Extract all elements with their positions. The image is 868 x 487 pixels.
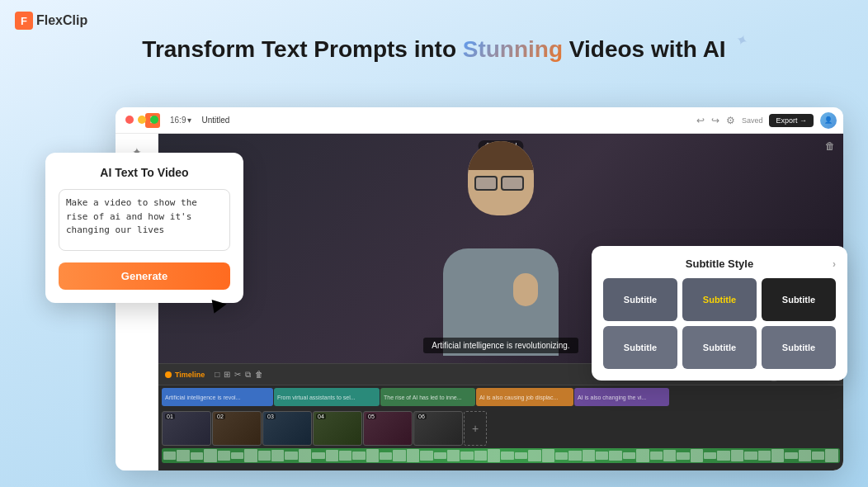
- saved-status: Saved: [742, 116, 763, 125]
- person-hand: [513, 273, 538, 306]
- clip-2[interactable]: From virtual assistants to sel...: [274, 388, 380, 406]
- app-header: F FlexClip: [15, 12, 87, 30]
- thumb-num-2: 02: [215, 414, 225, 419]
- timeline-tool-2[interactable]: ⊞: [224, 370, 230, 380]
- ai-text-panel: AI Text To Video Generate ▶: [45, 153, 243, 303]
- thumb-2[interactable]: 02: [212, 411, 262, 446]
- thumb-num-1: 01: [165, 414, 175, 419]
- redo-button[interactable]: ↪: [711, 115, 719, 126]
- aspect-ratio-selector[interactable]: 16:9 ▾: [170, 116, 191, 125]
- add-clip-button[interactable]: +: [464, 411, 487, 446]
- headline-prefix: Transform Text Prompts into: [142, 36, 462, 62]
- subtitle-style-3[interactable]: Subtitle: [762, 278, 836, 321]
- timeline-tool-copy[interactable]: ⧉: [245, 370, 251, 380]
- subtitle-style-panel: Subtitle Style › Subtitle Subtitle Subti…: [592, 246, 847, 381]
- thumb-1[interactable]: 01: [162, 411, 211, 446]
- minimize-button[interactable]: [138, 116, 146, 124]
- person-head: [468, 141, 534, 215]
- close-button[interactable]: [125, 116, 134, 124]
- subtitle-style-grid: Subtitle Subtitle Subtitle Subtitle Subt…: [603, 278, 836, 369]
- export-button[interactable]: Export →: [769, 114, 814, 127]
- timeline-tool-delete[interactable]: 🗑: [255, 370, 263, 380]
- subtitle-style-2[interactable]: Subtitle: [682, 278, 757, 321]
- headline-highlight: Stunning: [463, 36, 563, 62]
- logo-icon: F: [15, 12, 33, 30]
- ai-panel-title: AI Text To Video: [59, 166, 230, 179]
- thumb-6[interactable]: 06: [413, 411, 463, 446]
- maximize-button[interactable]: [150, 116, 158, 124]
- cursor-pointer-icon: ▶: [211, 293, 229, 317]
- timeline-icon: [165, 371, 172, 378]
- headline: Transform Text Prompts into Stunning Vid…: [0, 36, 868, 63]
- person-hair: [468, 141, 534, 170]
- logo-text: FlexClip: [36, 13, 87, 28]
- thumb-num-6: 06: [417, 414, 427, 419]
- undo-button[interactable]: ↩: [696, 115, 705, 126]
- thumb-num-5: 05: [366, 414, 376, 419]
- project-title[interactable]: Untitled: [201, 116, 229, 125]
- clip-5[interactable]: AI is also changing the vi...: [574, 388, 669, 406]
- ai-textarea[interactable]: [59, 189, 230, 251]
- thumb-3[interactable]: 03: [262, 411, 312, 446]
- thumb-4[interactable]: 04: [313, 411, 362, 446]
- subtitle-style-6[interactable]: Subtitle: [762, 326, 836, 369]
- thumbs-row: 01 02 03 04 05 06 +: [158, 409, 843, 448]
- person: [410, 141, 592, 356]
- waveform-lines: [162, 448, 840, 463]
- generate-button[interactable]: Generate: [59, 262, 230, 290]
- glass-left: [474, 176, 498, 191]
- toolbar: F 16:9 ▾ Untitled ↩ ↪ ⚙ Saved Export → 👤: [116, 107, 843, 134]
- video-subtitle: Artificial intelligence is revolutionizi…: [423, 338, 578, 353]
- subtitle-style-5[interactable]: Subtitle: [682, 326, 757, 369]
- timeline-label: Timeline: [165, 371, 205, 379]
- user-avatar[interactable]: 👤: [820, 112, 837, 129]
- person-glasses: [474, 176, 527, 191]
- clip-4[interactable]: AI is also causing job displac...: [476, 388, 573, 406]
- subtitle-style-1[interactable]: Subtitle: [603, 278, 677, 321]
- clip-1[interactable]: Artificial intelligence is revol...: [162, 388, 273, 406]
- clips-row: Artificial intelligence is revol... From…: [158, 385, 843, 409]
- clip-3[interactable]: The rise of AI has led to inne...: [380, 388, 475, 406]
- glass-right: [501, 176, 524, 191]
- audio-waveform: [162, 448, 840, 463]
- subtitle-style-4[interactable]: Subtitle: [603, 326, 677, 369]
- headline-suffix: Videos with AI: [563, 36, 726, 62]
- timeline-tools: □ ⊞ ✂ ⧉ 🗑: [215, 370, 263, 380]
- thumb-5[interactable]: 05: [363, 411, 413, 446]
- thumb-num-4: 04: [316, 414, 326, 419]
- thumb-num-3: 03: [266, 414, 276, 419]
- traffic-lights: [125, 116, 158, 124]
- timeline-tool-scissors[interactable]: ✂: [234, 370, 241, 380]
- chevron-right-icon[interactable]: ›: [833, 258, 836, 270]
- timeline-tool-1[interactable]: □: [215, 370, 219, 380]
- settings-button[interactable]: ⚙: [726, 115, 735, 126]
- logo[interactable]: F FlexClip: [15, 12, 87, 30]
- delete-icon[interactable]: 🗑: [825, 140, 835, 152]
- subtitle-panel-title: Subtitle Style ›: [603, 258, 836, 270]
